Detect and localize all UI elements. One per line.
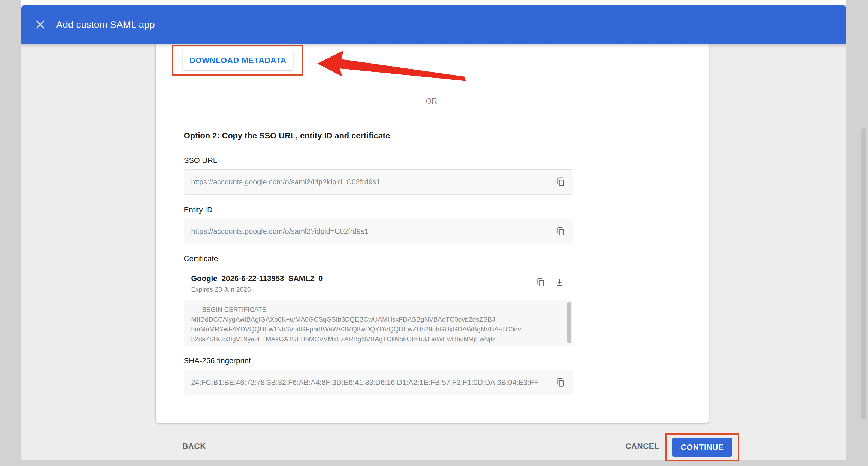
top-strip [21,0,846,5]
sha256-value: 24:FC:B1:BE:46:72:78:3B:32:F6:AB:A4:8F:3… [191,378,538,387]
certificate-name: Google_2026-6-22-113953_SAML2_0 [191,274,323,283]
copy-entity-id-button[interactable] [555,225,567,237]
back-button[interactable]: BACK [181,441,208,451]
entity-id-field: https://accounts.google.com/o/saml2?idpi… [184,219,573,244]
close-button[interactable] [34,18,47,31]
dialog-header: Add custom SAML app [21,5,846,43]
dialog-title: Add custom SAML app [56,5,155,43]
copy-icon [556,226,566,237]
copy-sso-url-button[interactable] [555,176,567,188]
option2-heading: Option 2: Copy the SSO URL, entity ID an… [184,131,390,140]
copy-certificate-button[interactable] [535,276,547,288]
certificate-body[interactable]: -----BEGIN CERTIFICATE----- MIIDdDCCAlyg… [184,300,573,346]
sso-url-field: https://accounts.google.com/o/saml2/idp?… [184,169,573,195]
certificate-header: Google_2026-6-22-113953_SAML2_0 Expires … [184,268,573,300]
or-divider: OR [183,97,680,105]
header-shadow [21,43,846,48]
download-metadata-button[interactable]: DOWNLOAD METADATA [183,50,293,70]
sso-url-label: SSO URL [184,156,217,165]
screen: Add custom SAML app DOWNLOAD METADATA OR… [0,0,868,466]
scrollbar-thumb[interactable] [861,128,866,419]
download-icon [555,277,565,288]
entity-id-value: https://accounts.google.com/o/saml2?idpi… [191,227,369,236]
certificate-card: Google_2026-6-22-113953_SAML2_0 Expires … [184,268,573,346]
download-certificate-button[interactable] [554,276,566,288]
certificate-line: b2dsZSBGb3IgV29yazELMAkGA1UEBhMCVVMxEzAR… [191,334,557,344]
dialog-viewport: Add custom SAML app DOWNLOAD METADATA OR… [21,0,846,460]
certificate-scrollbar-thumb[interactable] [567,302,571,344]
sha256-field: 24:FC:B1:BE:46:72:78:3B:32:F6:AB:A4:8F:3… [184,370,573,395]
certificate-line: bmMuMRYwFAYDVQQHEw1Nb3VudGFpbiBWaWV3MQ8w… [191,324,557,334]
divider-line-left [183,101,420,101]
certificate-expiry: Expires 23 Jun 2026 [191,286,251,293]
cancel-button[interactable]: CANCEL [624,441,661,451]
certificate-label: Certificate [184,254,218,263]
copy-icon [556,377,566,388]
sha256-label: SHA-256 fingerprint [184,356,251,365]
close-icon [34,18,47,31]
continue-button[interactable]: CONTINUE [672,438,732,457]
copy-icon [535,277,546,288]
dialog-card: DOWNLOAD METADATA OR Option 2: Copy the … [156,43,709,423]
copy-icon [556,177,566,187]
certificate-line: MIIDdDCCAlygAwIBAgIGAXo6K+u/MA0GCSqGSIb3… [191,315,557,324]
certificate-line: -----BEGIN CERTIFICATE----- [191,305,557,315]
red-arrow-annotation [312,48,476,89]
entity-id-label: Entity ID [184,205,213,214]
copy-sha256-button[interactable] [555,377,567,388]
divider-line-right [443,101,680,101]
sso-url-value: https://accounts.google.com/o/saml2/idp?… [191,178,380,186]
divider-label: OR [426,97,437,106]
